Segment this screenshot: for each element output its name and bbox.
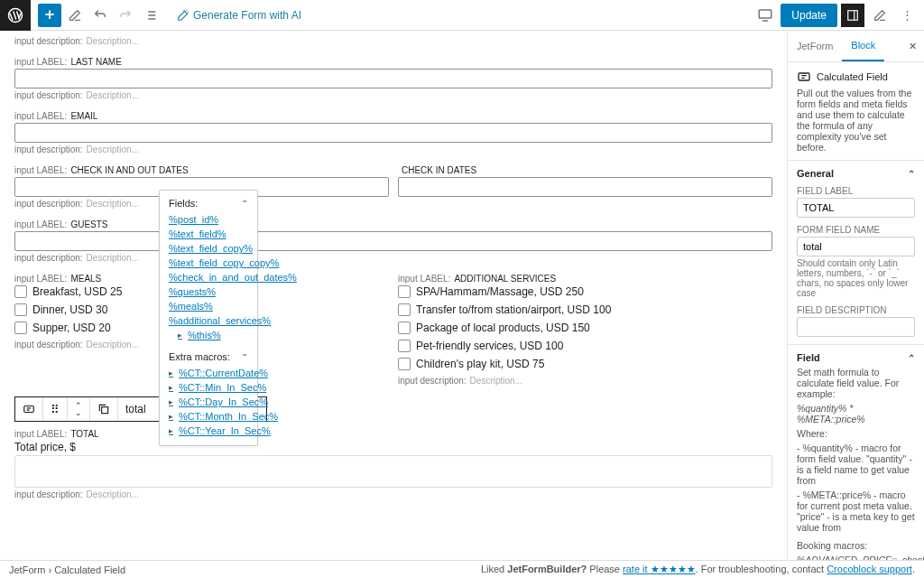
service-option[interactable]: Package of local products, USD 150 [398,322,772,334]
tab-jetform[interactable]: JetForm [788,32,842,61]
svg-rect-4 [102,407,108,414]
booking-label: Booking macros: [797,540,915,551]
chevron-up-icon: ⌃ [241,352,248,362]
chevron-up-icon: ⌃ [908,353,915,363]
checkbox-icon [14,303,27,316]
field-label-input[interactable] [797,198,915,218]
email-input[interactable] [14,123,772,143]
panel-general[interactable]: General⌃ [797,168,915,179]
extra-macro[interactable]: %CT::Month_In_Sec% [169,411,248,422]
checkbox-icon [14,285,27,298]
breadcrumb[interactable]: JetForm › Calculated Field [9,564,125,575]
editor-canvas: input description:Description... input L… [0,31,787,560]
service-option[interactable]: SPA/Hammam/Massage, USD 250 [398,285,772,298]
macro-field[interactable]: %text_field_copy_copy% [169,257,248,268]
kebab-icon[interactable]: ⋮ [895,4,919,27]
formula-example: %quantity% * %META::price% [797,403,915,424]
macro-field[interactable]: %guests% [169,286,248,297]
svg-rect-1 [760,10,772,18]
svg-rect-3 [24,406,34,413]
form-field-name-input[interactable] [797,237,915,256]
settings-sidebar: JetForm Block ✕ Calculated Field Pull ou… [787,31,924,560]
checkbox-icon [398,285,411,298]
macro-field[interactable]: %check_in_and_out_dates% [169,272,248,283]
edit-mode-icon[interactable] [63,4,87,27]
checkbox-icon [14,322,27,334]
checkbox-icon [398,303,411,316]
settings-panel-toggle[interactable] [841,4,864,27]
move-arrows-icon[interactable]: ⌃⌄ [68,397,90,421]
checkbox-icon [398,322,411,334]
field-block-dates: input LABEL:CHECK IN AND OUT DATES input… [14,165,772,209]
field-block-total: input LABEL:TOTAL Total price, $ input d… [14,429,772,499]
chevron-up-icon: ⌃ [908,169,915,179]
checkbox-icon [398,358,411,370]
macro-field[interactable]: %additional_services% [169,315,248,326]
bottom-bar: JetForm › Calculated Field Liked JetForm… [0,560,924,578]
service-option[interactable]: Pet-friendly services, USD 100 [398,340,772,352]
where-text: - %META::price% - macro for current post… [797,489,915,533]
drag-handle-icon[interactable]: ⠿ [43,397,68,421]
formula-help-text: Set math formula to calculate field valu… [797,367,915,399]
extra-macro[interactable]: %CT::Day_In_Sec% [169,396,248,407]
label-field-description: FIELD DESCRIPTION [797,305,915,315]
total-price-label: Total price, $ [14,441,772,453]
svg-rect-5 [799,73,809,80]
where-text: - %quantity% - macro for form field valu… [797,443,915,486]
block-title: Calculated Field [817,71,888,82]
magic-wand-icon [177,9,189,22]
macro-field[interactable]: %text_field_copy% [169,243,248,254]
style-icon[interactable] [868,4,892,27]
label-form-field-name: FORM FIELD NAME [797,225,915,235]
undo-icon[interactable] [88,4,112,27]
popover-macros-head[interactable]: Extra macros:⌃ [169,351,248,362]
total-formula-area[interactable] [14,455,772,488]
macro-field[interactable]: %text_field% [169,228,248,239]
redo-icon[interactable] [114,4,137,27]
block-type-icon[interactable] [15,397,43,421]
top-toolbar-left: + Generate Form with AI [0,0,301,31]
update-button[interactable]: Update [781,4,837,27]
generate-ai-button[interactable]: Generate Form with AI [177,9,301,22]
extra-macro[interactable]: %CT::Year_In_Sec% [169,425,248,436]
top-toolbar-right: Update ⋮ [753,4,924,27]
check-in-dates-input[interactable] [398,177,772,197]
close-sidebar-icon[interactable]: ✕ [901,41,924,52]
service-option[interactable]: Children's play kit, USD 75 [398,358,772,370]
guests-input[interactable] [14,231,772,251]
booking-text: %ADVANCED_PRICE::_check_in_out% - The ma… [797,555,915,560]
svg-rect-2 [848,10,858,20]
support-link[interactable]: Crocoblock support [827,564,912,574]
field-block-meals-services: input LABEL:MEALS Breakfast, USD 25 Dinn… [14,274,772,386]
field-block-last-name: input LABEL:LAST NAME input description:… [14,57,772,100]
field-block: input description:Description... [14,36,772,46]
add-block-button[interactable]: + [38,4,61,27]
macro-field[interactable]: %this% [178,330,248,340]
rate-link[interactable]: rate it ★★★★★ [623,564,696,574]
last-name-input[interactable] [14,69,772,89]
macros-popover: Fields:⌃ %post_id% %text_field% %text_fi… [159,190,258,446]
form-field-name-help: Should contain only Latin letters, numbe… [797,258,915,298]
field-description-input[interactable] [797,317,915,337]
footer-text: Liked JetFormBuilder? Please rate it ★★★… [481,564,915,575]
macro-field[interactable]: %post_id% [169,214,248,225]
checkbox-icon [398,340,411,352]
copy-icon[interactable] [90,397,118,421]
macro-field[interactable]: %meals% [169,301,248,312]
calculated-field-icon [797,70,811,84]
label-field-label: FIELD LABEL [797,186,915,196]
field-block-email: input LABEL:EMAIL input description:Desc… [14,111,772,154]
where-label: Where: [797,428,915,439]
chevron-up-icon: ⌃ [241,199,248,209]
block-description: Pull out the values from the form fields… [797,88,915,153]
extra-macro[interactable]: %CT::CurrentDate% [169,368,248,378]
tab-block[interactable]: Block [842,31,884,61]
generate-ai-label: Generate Form with AI [193,9,301,22]
preview-icon[interactable] [753,4,777,27]
extra-macro[interactable]: %CT::Min_In_Sec% [169,382,248,393]
panel-field[interactable]: Field⌃ [797,352,915,363]
list-view-icon[interactable] [139,4,162,27]
popover-fields-head[interactable]: Fields:⌃ [169,198,248,209]
wp-logo-button[interactable] [0,0,31,31]
service-option[interactable]: Transfer to/from station/airport, USD 10… [398,303,772,316]
